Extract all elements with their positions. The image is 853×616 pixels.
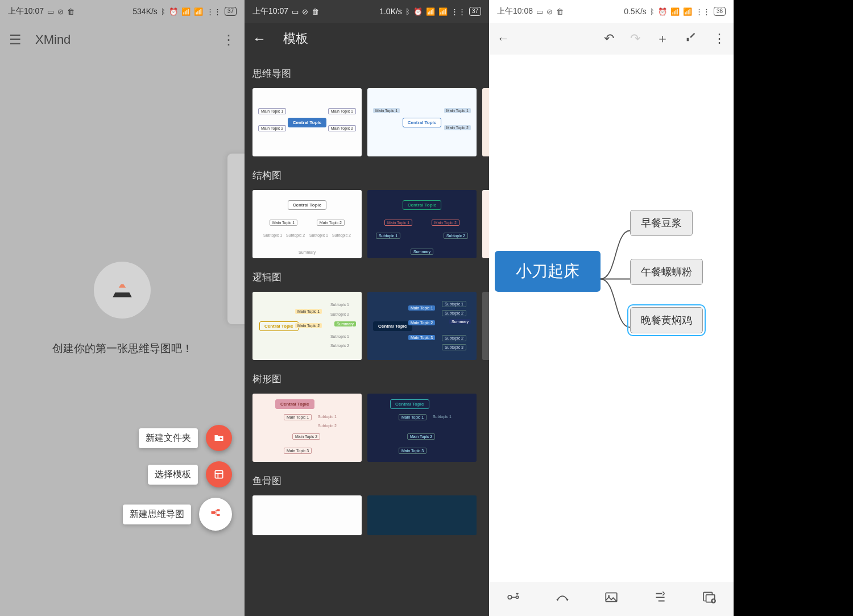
signal-icon: 📶 [683,7,692,16]
back-icon[interactable]: ← [497,31,510,46]
template-card-peek[interactable] [482,88,489,156]
block-icon: ⊘ [302,7,308,16]
template-card-peek[interactable] [482,292,489,360]
central-topic-label: Central Topic [288,118,327,127]
bluetooth-icon: ᛒ [650,7,655,16]
sms-icon: ▭ [47,7,54,16]
wifi-icon: ⋮⋮ [451,7,466,16]
add-sheet-icon[interactable] [702,590,717,608]
svg-rect-1 [212,511,216,514]
wifi-icon: ⋮⋮ [695,7,710,16]
template-card[interactable] [252,495,362,535]
choose-template-button[interactable] [206,461,232,487]
battery-indicator: 37 [469,7,481,16]
app-toolbar: ☰ XMind ⋮ [0,23,245,57]
fab-label-template: 选择模板 [148,465,198,485]
status-bar: 上午10:08 ▭ ⊘ 🗑 0.5K/s ᛒ ⏰ 📶 📶 ⋮⋮ 36 [489,0,734,23]
topic-node[interactable]: 早餐豆浆 [630,210,693,236]
svg-point-5 [516,596,518,598]
template-card[interactable]: Central Topic Main Topic 1 Main Topic 2 … [367,190,477,258]
alarm-icon: ⏰ [658,7,667,16]
app-title: XMind [35,32,222,47]
menu-icon[interactable]: ☰ [9,32,22,48]
template-card-peek[interactable] [482,190,489,258]
template-card[interactable]: Central Topic Main Topic 1 Main Topic 2 … [367,394,477,462]
topic-node-selected[interactable]: 晚餐黄焖鸡 [630,307,703,333]
trash-icon: 🗑 [312,7,319,16]
template-card[interactable]: Central Topic Main Topic 1 Main Topic 2 … [252,394,362,462]
sms-icon: ▭ [292,7,299,16]
trash-icon: 🗑 [556,7,564,16]
bluetooth-icon: ᛒ [405,7,410,16]
fab-label-folder: 新建文件夹 [139,428,198,448]
status-time: 上午10:08 [497,6,533,16]
status-time: 上午10:07 [252,6,288,16]
battery-indicator: 36 [714,7,726,16]
central-topic[interactable]: 小刀起床 [495,251,601,292]
svg-point-4 [508,596,512,600]
outline-icon[interactable] [653,590,668,608]
signal-icon: 📶 [181,7,191,16]
new-mindmap-button[interactable] [199,498,232,531]
trash-icon: 🗑 [67,7,74,16]
add-icon[interactable]: ＋ [656,30,669,47]
bluetooth-icon: ᛒ [161,7,165,16]
svg-rect-0 [215,470,222,478]
empty-icon [94,262,151,319]
redo-icon: ↷ [630,31,640,46]
more-icon[interactable]: ⋮ [222,32,235,48]
section-logic-title: 逻辑图 [252,271,481,284]
svg-point-7 [566,599,568,601]
signal-icon: 📶 [426,7,435,16]
svg-rect-3 [217,514,220,515]
add-subtopic-icon[interactable] [506,590,521,608]
template-card[interactable]: Central Topic Main Topic 1 Main Topic 2 … [252,190,362,258]
plus-icon [210,507,221,522]
net-speed: 1.0K/s [379,7,402,16]
mindmap-canvas[interactable]: 小刀起床 早餐豆浆 午餐螺蛳粉 晚餐黄焖鸡 [489,55,734,582]
signal-icon: 📶 [438,7,448,16]
svg-rect-2 [217,509,220,511]
battery-indicator: 37 [225,7,237,16]
more-icon[interactable]: ⋮ [713,31,726,46]
status-bar: 上午10:07 ▭ ⊘ 🗑 1.0K/s ᛒ ⏰ 📶 📶 ⋮⋮ 37 [245,0,489,23]
undo-icon[interactable]: ↶ [604,31,614,46]
net-speed: 0.5K/s [624,7,647,16]
empty-state: 创建你的第一张思维导图吧！ [0,262,245,356]
template-card[interactable]: Central Topic Main Topic 1 Main Topic 2 … [252,292,362,360]
back-icon[interactable]: ← [252,31,266,47]
editor-toolbar: ← ↶ ↷ ＋ ⋮ [489,23,734,55]
net-speed: 534K/s [132,7,158,16]
section-mindmap-title: 思维导图 [252,67,481,80]
alarm-icon: ⏰ [169,7,178,16]
new-folder-button[interactable] [206,425,232,451]
sms-icon: ▭ [536,7,543,16]
template-card[interactable]: Central Topic Main Topic 1 Main Topic 2 … [367,292,477,360]
add-relationship-icon[interactable] [555,590,570,608]
section-tree-title: 树形图 [252,373,481,386]
block-icon: ⊘ [57,7,64,16]
page-title: 模板 [283,30,308,47]
svg-point-6 [557,599,558,601]
add-image-icon[interactable] [604,590,619,608]
topic-node[interactable]: 午餐螺蛳粉 [630,259,703,285]
alarm-icon: ⏰ [413,7,423,16]
template-card[interactable] [367,495,477,535]
editor-bottom-bar [489,582,734,616]
section-structure-title: 结构图 [252,169,481,182]
template-card[interactable]: Central Topic Main Topic 1 Main Topic 2 … [252,88,362,156]
block-icon: ⊘ [546,7,553,16]
format-icon[interactable] [685,31,697,47]
signal-icon: 📶 [194,7,203,16]
fab-label-mindmap: 新建思维导图 [123,505,191,524]
section-fishbone-title: 鱼骨图 [252,474,481,487]
status-bar: 上午10:07 ▭ ⊘ 🗑 534K/s ᛒ ⏰ 📶 📶 ⋮⋮ 37 [0,0,245,23]
status-time: 上午10:07 [8,6,44,16]
wifi-icon: ⋮⋮ [206,7,221,16]
template-card[interactable]: Central Topic Main Topic 1 Main Topic 1 … [367,88,477,156]
empty-text: 创建你的第一张思维导图吧！ [0,341,245,356]
template-toolbar: ← 模板 [245,23,489,55]
signal-icon: 📶 [670,7,680,16]
